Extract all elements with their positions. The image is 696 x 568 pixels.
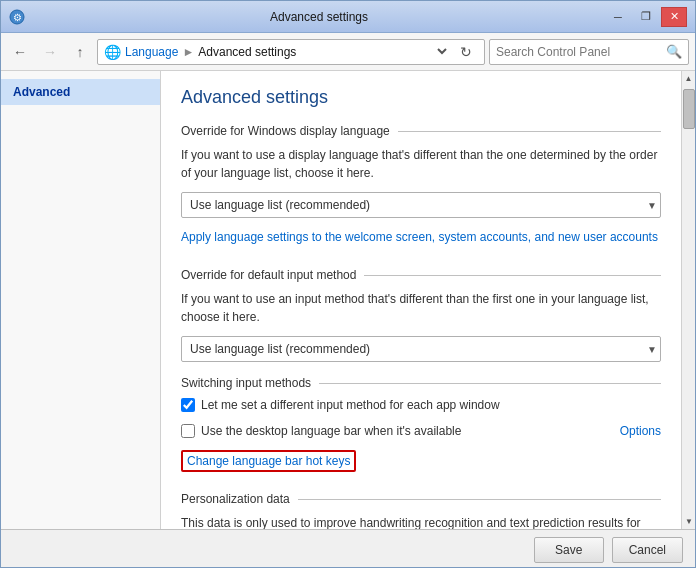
search-icon[interactable]: 🔍: [666, 44, 682, 59]
input-method-label: Override for default input method: [181, 268, 364, 282]
checkbox-row-1: Let me set a different input method for …: [181, 398, 661, 412]
window-controls: ─ ❐ ✕: [605, 7, 687, 27]
address-icon: 🌐: [104, 44, 121, 60]
options-link[interactable]: Options: [620, 424, 661, 438]
divider-2: [364, 275, 661, 276]
scroll-down-arrow[interactable]: ▼: [682, 514, 696, 528]
hot-keys-link[interactable]: Change language bar hot keys: [181, 450, 356, 472]
minimize-button[interactable]: ─: [605, 7, 631, 27]
cancel-button[interactable]: Cancel: [612, 537, 683, 563]
input-method-dropdown[interactable]: Use language list (recommended): [181, 336, 661, 362]
personalization-section: Personalization data: [181, 492, 661, 506]
app-icon: ⚙: [9, 9, 25, 25]
up-button[interactable]: ↑: [67, 39, 93, 65]
breadcrumb-current: Advanced settings: [198, 45, 296, 59]
refresh-button[interactable]: ↻: [454, 40, 478, 64]
switching-label: Switching input methods: [181, 376, 319, 390]
scroll-thumb[interactable]: [683, 89, 695, 129]
restore-button[interactable]: ❐: [633, 7, 659, 27]
breadcrumb-separator: ►: [182, 45, 194, 59]
page-title: Advanced settings: [181, 87, 661, 108]
forward-button[interactable]: →: [37, 39, 63, 65]
content-area: Advanced settings Override for Windows d…: [161, 71, 681, 529]
title-bar: ⚙ Advanced settings ─ ❐ ✕: [1, 1, 695, 33]
search-box[interactable]: 🔍: [489, 39, 689, 65]
display-language-dropdown[interactable]: Use language list (recommended): [181, 192, 661, 218]
bottom-bar: Save Cancel: [1, 529, 695, 568]
close-button[interactable]: ✕: [661, 7, 687, 27]
window-title: Advanced settings: [33, 10, 605, 24]
per-app-checkbox[interactable]: [181, 398, 195, 412]
address-dropdown[interactable]: ▼: [434, 45, 450, 58]
address-field[interactable]: 🌐 Language ► Advanced settings ▼ ↻: [97, 39, 485, 65]
display-language-label: Override for Windows display language: [181, 124, 398, 138]
sidebar: Advanced: [1, 71, 161, 529]
search-input[interactable]: [496, 45, 662, 59]
sidebar-item-advanced[interactable]: Advanced: [1, 79, 160, 105]
display-language-desc: If you want to use a display language th…: [181, 146, 661, 182]
breadcrumb: Language ► Advanced settings: [125, 45, 430, 59]
personalization-label: Personalization data: [181, 492, 298, 506]
scrollbar[interactable]: ▲ ▼: [681, 71, 695, 529]
divider-1: [398, 131, 661, 132]
input-method-section: Override for default input method: [181, 268, 661, 282]
input-method-dropdown-wrapper: Use language list (recommended) ▼: [181, 336, 661, 362]
apply-language-link[interactable]: Apply language settings to the welcome s…: [181, 230, 658, 244]
display-language-dropdown-wrapper: Use language list (recommended) ▼: [181, 192, 661, 218]
back-button[interactable]: ←: [7, 39, 33, 65]
save-button[interactable]: Save: [534, 537, 604, 563]
svg-text:⚙: ⚙: [13, 12, 22, 23]
language-bar-checkbox[interactable]: [181, 424, 195, 438]
breadcrumb-language[interactable]: Language: [125, 45, 178, 59]
switching-section: Switching input methods: [181, 376, 661, 390]
checkbox-row-2: Use the desktop language bar when it's a…: [181, 424, 461, 438]
scroll-up-arrow[interactable]: ▲: [682, 71, 696, 85]
display-language-section: Override for Windows display language: [181, 124, 661, 138]
address-bar: ← → ↑ 🌐 Language ► Advanced settings ▼ ↻…: [1, 33, 695, 71]
language-bar-label: Use the desktop language bar when it's a…: [201, 424, 461, 438]
input-method-desc: If you want to use an input method that'…: [181, 290, 661, 326]
personalization-desc: This data is only used to improve handwr…: [181, 514, 661, 529]
per-app-label: Let me set a different input method for …: [201, 398, 500, 412]
divider-4: [298, 499, 661, 500]
divider-3: [319, 383, 661, 384]
